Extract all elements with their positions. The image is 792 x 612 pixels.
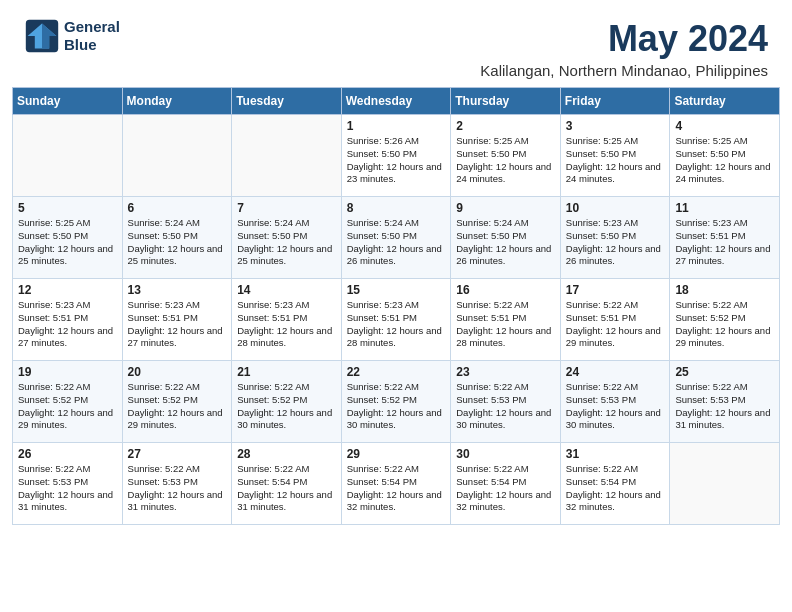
cell-info: Sunrise: 5:22 AMSunset: 5:53 PMDaylight:…	[675, 381, 775, 432]
calendar-cell: 28Sunrise: 5:22 AMSunset: 5:54 PMDayligh…	[232, 443, 342, 525]
calendar-cell: 30Sunrise: 5:22 AMSunset: 5:54 PMDayligh…	[451, 443, 561, 525]
calendar-cell	[122, 115, 232, 197]
weekday-header-sunday: Sunday	[13, 88, 123, 115]
day-number: 25	[675, 365, 775, 379]
calendar-wrapper: SundayMondayTuesdayWednesdayThursdayFrid…	[0, 87, 792, 537]
day-number: 12	[18, 283, 118, 297]
title-block: May 2024 Kalilangan, Northern Mindanao, …	[480, 18, 768, 79]
day-number: 8	[347, 201, 447, 215]
day-number: 28	[237, 447, 337, 461]
cell-info: Sunrise: 5:22 AMSunset: 5:51 PMDaylight:…	[456, 299, 556, 350]
week-row-2: 5Sunrise: 5:25 AMSunset: 5:50 PMDaylight…	[13, 197, 780, 279]
day-number: 9	[456, 201, 556, 215]
cell-info: Sunrise: 5:22 AMSunset: 5:51 PMDaylight:…	[566, 299, 666, 350]
cell-info: Sunrise: 5:22 AMSunset: 5:54 PMDaylight:…	[237, 463, 337, 514]
weekday-header-thursday: Thursday	[451, 88, 561, 115]
cell-info: Sunrise: 5:22 AMSunset: 5:52 PMDaylight:…	[675, 299, 775, 350]
location-title: Kalilangan, Northern Mindanao, Philippin…	[480, 62, 768, 79]
calendar-cell: 21Sunrise: 5:22 AMSunset: 5:52 PMDayligh…	[232, 361, 342, 443]
logo: General Blue	[24, 18, 120, 54]
calendar-cell: 22Sunrise: 5:22 AMSunset: 5:52 PMDayligh…	[341, 361, 451, 443]
cell-info: Sunrise: 5:23 AMSunset: 5:51 PMDaylight:…	[18, 299, 118, 350]
day-number: 31	[566, 447, 666, 461]
cell-info: Sunrise: 5:25 AMSunset: 5:50 PMDaylight:…	[18, 217, 118, 268]
day-number: 29	[347, 447, 447, 461]
cell-info: Sunrise: 5:22 AMSunset: 5:52 PMDaylight:…	[347, 381, 447, 432]
calendar-cell: 15Sunrise: 5:23 AMSunset: 5:51 PMDayligh…	[341, 279, 451, 361]
calendar-cell: 14Sunrise: 5:23 AMSunset: 5:51 PMDayligh…	[232, 279, 342, 361]
day-number: 11	[675, 201, 775, 215]
cell-info: Sunrise: 5:23 AMSunset: 5:51 PMDaylight:…	[237, 299, 337, 350]
day-number: 19	[18, 365, 118, 379]
cell-info: Sunrise: 5:22 AMSunset: 5:53 PMDaylight:…	[566, 381, 666, 432]
weekday-header-tuesday: Tuesday	[232, 88, 342, 115]
cell-info: Sunrise: 5:22 AMSunset: 5:52 PMDaylight:…	[18, 381, 118, 432]
calendar-cell: 3Sunrise: 5:25 AMSunset: 5:50 PMDaylight…	[560, 115, 670, 197]
logo-line1: General	[64, 18, 120, 36]
calendar-cell: 1Sunrise: 5:26 AMSunset: 5:50 PMDaylight…	[341, 115, 451, 197]
calendar-cell: 24Sunrise: 5:22 AMSunset: 5:53 PMDayligh…	[560, 361, 670, 443]
weekday-header-wednesday: Wednesday	[341, 88, 451, 115]
cell-info: Sunrise: 5:22 AMSunset: 5:54 PMDaylight:…	[456, 463, 556, 514]
week-row-3: 12Sunrise: 5:23 AMSunset: 5:51 PMDayligh…	[13, 279, 780, 361]
calendar-cell: 13Sunrise: 5:23 AMSunset: 5:51 PMDayligh…	[122, 279, 232, 361]
calendar-cell: 29Sunrise: 5:22 AMSunset: 5:54 PMDayligh…	[341, 443, 451, 525]
calendar-cell: 10Sunrise: 5:23 AMSunset: 5:50 PMDayligh…	[560, 197, 670, 279]
day-number: 4	[675, 119, 775, 133]
day-number: 24	[566, 365, 666, 379]
calendar-cell: 25Sunrise: 5:22 AMSunset: 5:53 PMDayligh…	[670, 361, 780, 443]
calendar-cell: 27Sunrise: 5:22 AMSunset: 5:53 PMDayligh…	[122, 443, 232, 525]
cell-info: Sunrise: 5:22 AMSunset: 5:52 PMDaylight:…	[128, 381, 228, 432]
day-number: 23	[456, 365, 556, 379]
calendar-cell: 12Sunrise: 5:23 AMSunset: 5:51 PMDayligh…	[13, 279, 123, 361]
calendar-cell: 31Sunrise: 5:22 AMSunset: 5:54 PMDayligh…	[560, 443, 670, 525]
day-number: 2	[456, 119, 556, 133]
day-number: 22	[347, 365, 447, 379]
day-number: 26	[18, 447, 118, 461]
cell-info: Sunrise: 5:23 AMSunset: 5:51 PMDaylight:…	[128, 299, 228, 350]
calendar-cell: 4Sunrise: 5:25 AMSunset: 5:50 PMDaylight…	[670, 115, 780, 197]
cell-info: Sunrise: 5:26 AMSunset: 5:50 PMDaylight:…	[347, 135, 447, 186]
cell-info: Sunrise: 5:22 AMSunset: 5:53 PMDaylight:…	[456, 381, 556, 432]
day-number: 16	[456, 283, 556, 297]
day-number: 13	[128, 283, 228, 297]
calendar-cell: 8Sunrise: 5:24 AMSunset: 5:50 PMDaylight…	[341, 197, 451, 279]
day-number: 27	[128, 447, 228, 461]
day-number: 17	[566, 283, 666, 297]
cell-info: Sunrise: 5:22 AMSunset: 5:54 PMDaylight:…	[347, 463, 447, 514]
logo-line2: Blue	[64, 36, 120, 54]
calendar-cell: 16Sunrise: 5:22 AMSunset: 5:51 PMDayligh…	[451, 279, 561, 361]
day-number: 1	[347, 119, 447, 133]
cell-info: Sunrise: 5:23 AMSunset: 5:51 PMDaylight:…	[347, 299, 447, 350]
day-number: 5	[18, 201, 118, 215]
cell-info: Sunrise: 5:22 AMSunset: 5:54 PMDaylight:…	[566, 463, 666, 514]
day-number: 10	[566, 201, 666, 215]
calendar-cell: 11Sunrise: 5:23 AMSunset: 5:51 PMDayligh…	[670, 197, 780, 279]
day-number: 15	[347, 283, 447, 297]
weekday-header-row: SundayMondayTuesdayWednesdayThursdayFrid…	[13, 88, 780, 115]
logo-icon	[24, 18, 60, 54]
cell-info: Sunrise: 5:24 AMSunset: 5:50 PMDaylight:…	[456, 217, 556, 268]
calendar-cell: 18Sunrise: 5:22 AMSunset: 5:52 PMDayligh…	[670, 279, 780, 361]
calendar-table: SundayMondayTuesdayWednesdayThursdayFrid…	[12, 87, 780, 525]
day-number: 18	[675, 283, 775, 297]
cell-info: Sunrise: 5:24 AMSunset: 5:50 PMDaylight:…	[347, 217, 447, 268]
calendar-cell: 5Sunrise: 5:25 AMSunset: 5:50 PMDaylight…	[13, 197, 123, 279]
page-header: General Blue May 2024 Kalilangan, Northe…	[0, 0, 792, 87]
calendar-cell	[670, 443, 780, 525]
cell-info: Sunrise: 5:25 AMSunset: 5:50 PMDaylight:…	[566, 135, 666, 186]
day-number: 30	[456, 447, 556, 461]
calendar-cell: 7Sunrise: 5:24 AMSunset: 5:50 PMDaylight…	[232, 197, 342, 279]
cell-info: Sunrise: 5:25 AMSunset: 5:50 PMDaylight:…	[675, 135, 775, 186]
cell-info: Sunrise: 5:25 AMSunset: 5:50 PMDaylight:…	[456, 135, 556, 186]
cell-info: Sunrise: 5:24 AMSunset: 5:50 PMDaylight:…	[128, 217, 228, 268]
calendar-cell	[13, 115, 123, 197]
day-number: 6	[128, 201, 228, 215]
calendar-cell	[232, 115, 342, 197]
weekday-header-monday: Monday	[122, 88, 232, 115]
weekday-header-friday: Friday	[560, 88, 670, 115]
cell-info: Sunrise: 5:22 AMSunset: 5:53 PMDaylight:…	[128, 463, 228, 514]
month-title: May 2024	[480, 18, 768, 60]
calendar-cell: 17Sunrise: 5:22 AMSunset: 5:51 PMDayligh…	[560, 279, 670, 361]
day-number: 20	[128, 365, 228, 379]
